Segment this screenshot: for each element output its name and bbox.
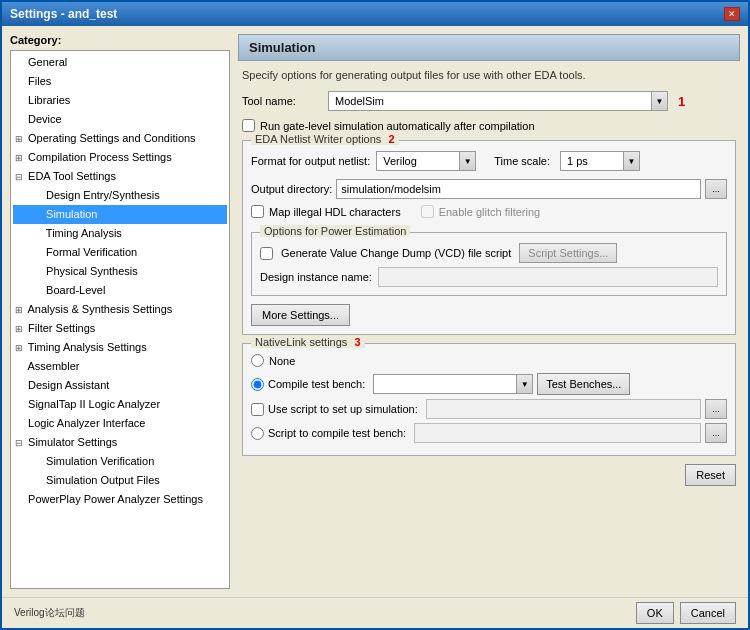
tree-item-physical[interactable]: Physical Synthesis [13, 262, 227, 281]
window-title: Settings - and_test [10, 7, 117, 21]
tree-item-formal[interactable]: Formal Verification [13, 243, 227, 262]
test-benches-btn[interactable]: Test Benches... [537, 373, 630, 395]
libraries-label: Libraries [28, 94, 70, 106]
eda-group-title: EDA Netlist Writer options 2 [251, 133, 399, 145]
use-script-input[interactable] [426, 399, 701, 419]
left-panel: Category: General Files Libraries Device [10, 34, 230, 589]
tree-item-operating[interactable]: ⊞ Operating Settings and Conditions [13, 129, 227, 148]
compile-bench-dropdown-btn[interactable]: ▼ [516, 375, 532, 393]
nativelink-group-inner: None Compile test bench: ▼ Test Benches.… [251, 354, 727, 443]
script-compile-input[interactable] [414, 423, 701, 443]
compile-bench-dropdown[interactable]: ▼ [373, 374, 533, 394]
cancel-btn[interactable]: Cancel [680, 602, 736, 624]
output-dir-input[interactable] [336, 179, 701, 199]
power-group-title: Options for Power Estimation [260, 225, 410, 237]
tree-item-files[interactable]: Files [13, 72, 227, 91]
none-radio[interactable] [251, 354, 264, 367]
tree-item-simulator-settings[interactable]: ⊟ Simulator Settings [13, 433, 227, 452]
timing-settings-icon: ⊞ [15, 340, 25, 356]
map-illegal-row: Map illegal HDL characters Enable glitch… [251, 205, 727, 224]
tree-item-general[interactable]: General [13, 53, 227, 72]
eda-group: EDA Netlist Writer options 2 Format for … [242, 140, 736, 335]
pp-label: PowerPlay Power Analyzer Settings [28, 493, 203, 505]
run-gate-checkbox[interactable] [242, 119, 255, 132]
panel-body: Specify options for generating output fi… [238, 69, 740, 589]
timescale-dropdown[interactable]: 1 ps ▼ [560, 151, 640, 171]
design-entry-label: Design Entry/Synthesis [46, 189, 160, 201]
physical-label: Physical Synthesis [46, 265, 138, 277]
script-settings-btn[interactable]: Script Settings... [519, 243, 617, 263]
tree-item-powerplay[interactable]: PowerPlay Power Analyzer Settings [13, 490, 227, 509]
use-script-label: Use script to set up simulation: [268, 403, 418, 415]
tree-item-libraries[interactable]: Libraries [13, 91, 227, 110]
run-gate-label: Run gate-level simulation automatically … [260, 120, 535, 132]
general-icon [15, 55, 25, 71]
window-controls: ✕ [724, 7, 740, 21]
logo-text: Verilog论坛问题 [14, 606, 85, 620]
compile-bench-row: Compile test bench: ▼ Test Benches... [251, 373, 727, 395]
title-bar: Settings - and_test ✕ [2, 2, 748, 26]
script-compile-row: Script to compile test bench: ... [251, 423, 727, 443]
ok-btn[interactable]: OK [636, 602, 674, 624]
tree-item-compilation[interactable]: ⊞ Compilation Process Settings [13, 148, 227, 167]
tree-item-eda[interactable]: ⊟ EDA Tool Settings [13, 167, 227, 186]
eda-icon: ⊟ [15, 169, 25, 185]
signaltap-icon [15, 397, 25, 413]
simulation-label: Simulation [46, 208, 97, 220]
tree-item-design-entry[interactable]: Design Entry/Synthesis [13, 186, 227, 205]
enable-glitch-checkbox[interactable] [421, 205, 434, 218]
map-illegal-checkbox[interactable] [251, 205, 264, 218]
tree-item-sim-output[interactable]: Simulation Output Files [13, 471, 227, 490]
tree-item-design-assistant[interactable]: Design Assistant [13, 376, 227, 395]
design-instance-input[interactable] [378, 267, 718, 287]
use-script-browse-btn[interactable]: ... [705, 399, 727, 419]
tree-item-filter[interactable]: ⊞ Filter Settings [13, 319, 227, 338]
close-button[interactable]: ✕ [724, 7, 740, 21]
format-row: Format for output netlist: Verilog ▼ Tim… [251, 151, 727, 171]
tree-item-assembler[interactable]: Assembler [13, 357, 227, 376]
tree-item-signaltap[interactable]: SignalTap II Logic Analyzer [13, 395, 227, 414]
output-dir-browse-btn[interactable]: ... [705, 179, 727, 199]
timescale-dropdown-btn[interactable]: ▼ [623, 152, 639, 170]
so-icon [33, 473, 43, 489]
tree-item-board[interactable]: Board-Level [13, 281, 227, 300]
tree-item-analysis[interactable]: ⊞ Analysis & Synthesis Settings [13, 300, 227, 319]
reset-btn[interactable]: Reset [685, 464, 736, 486]
category-label: Category: [10, 34, 230, 46]
tree-item-sim-verification[interactable]: Simulation Verification [13, 452, 227, 471]
enable-glitch-label: Enable glitch filtering [439, 206, 541, 218]
design-entry-icon [33, 188, 43, 204]
tree-item-timing-analysis[interactable]: Timing Analysis [13, 224, 227, 243]
board-label: Board-Level [46, 284, 105, 296]
compile-bench-radio[interactable] [251, 378, 264, 391]
power-group: Options for Power Estimation Generate Va… [251, 232, 727, 296]
more-settings-btn[interactable]: More Settings... [251, 304, 350, 326]
sv-icon [33, 454, 43, 470]
format-dropdown[interactable]: Verilog ▼ [376, 151, 476, 171]
simulation-icon [33, 207, 43, 223]
generate-vcd-checkbox[interactable] [260, 247, 273, 260]
format-label: Format for output netlist: [251, 155, 370, 167]
run-gate-row: Run gate-level simulation automatically … [242, 119, 736, 132]
compilation-icon: ⊞ [15, 150, 25, 166]
description-text: Specify options for generating output fi… [242, 69, 736, 81]
formal-label: Formal Verification [46, 246, 137, 258]
script-compile-browse-btn[interactable]: ... [705, 423, 727, 443]
use-script-checkbox[interactable] [251, 403, 264, 416]
files-icon [15, 74, 25, 90]
panel-title: Simulation [238, 34, 740, 61]
compile-bench-label: Compile test bench: [268, 378, 365, 390]
la-icon [15, 416, 25, 432]
sim-settings-icon: ⊟ [15, 435, 25, 451]
script-compile-radio[interactable] [251, 427, 264, 440]
tool-name-dropdown[interactable]: ModelSim ▼ [328, 91, 668, 111]
badge-1: 1 [678, 94, 685, 109]
tree-item-simulation[interactable]: Simulation [13, 205, 227, 224]
tree-container: General Files Libraries Device ⊞ Operati… [10, 50, 230, 589]
bottom-bar: Verilog论坛问题 OK Cancel [2, 597, 748, 628]
tree-item-logic-analyzer[interactable]: Logic Analyzer Interface [13, 414, 227, 433]
tree-item-timing-settings[interactable]: ⊞ Timing Analysis Settings [13, 338, 227, 357]
tool-name-dropdown-btn[interactable]: ▼ [651, 92, 667, 110]
format-dropdown-btn[interactable]: ▼ [459, 152, 475, 170]
tree-item-device[interactable]: Device [13, 110, 227, 129]
